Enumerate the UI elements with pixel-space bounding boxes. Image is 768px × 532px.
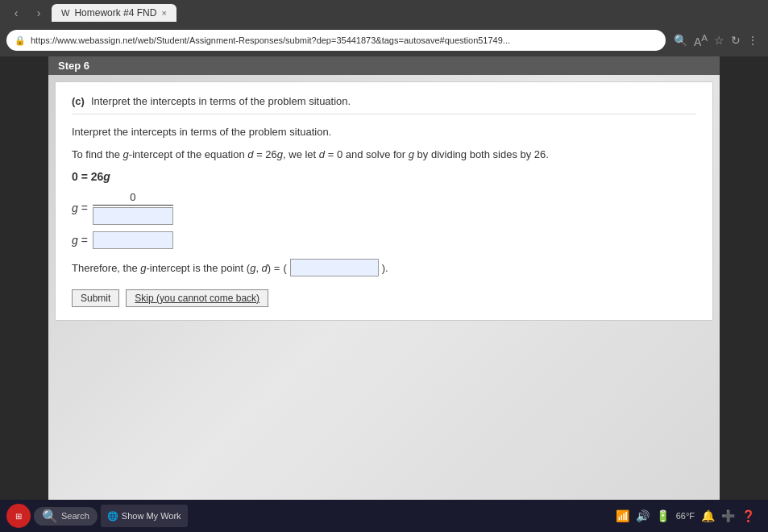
submit-button[interactable]: Submit <box>72 289 119 307</box>
volume-icon: 🔊 <box>636 509 650 522</box>
tab-close-button[interactable]: × <box>161 8 166 18</box>
back-button[interactable]: ‹ <box>6 3 26 23</box>
instruction-1: Interpret the intercepts in terms of the… <box>72 124 696 140</box>
refresh-btn[interactable]: ↻ <box>731 34 741 47</box>
address-bar: 🔒 https://www.webassign.net/web/Student/… <box>0 26 768 55</box>
intercept-input[interactable] <box>290 259 379 276</box>
bookmark-btn[interactable]: ☆ <box>714 34 724 47</box>
search-browser-btn[interactable]: 🔍 <box>674 34 687 47</box>
battery-icon: 🔋 <box>656 509 670 522</box>
fraction-denominator-input[interactable] <box>93 207 173 225</box>
forward-button[interactable]: › <box>29 3 48 23</box>
plus-icon: ➕ <box>721 509 735 522</box>
question-box: (c) Interpret the intercepts in terms of… <box>55 81 713 321</box>
taskbar-search[interactable]: 🔍 Search <box>34 507 98 526</box>
start-button[interactable]: ⊞ <box>6 504 31 528</box>
network-icon: 📶 <box>616 509 629 522</box>
g-equals-label-1: g = <box>72 202 88 214</box>
g-equals-label-2: g = <box>72 234 88 247</box>
lock-icon: 🔒 <box>15 35 26 46</box>
therefore-text: Therefore, the g-intercept is the point … <box>72 262 280 274</box>
paren-open: ( <box>283 262 286 274</box>
tab-bar: ‹ › W Homework #4 FND × <box>0 0 768 26</box>
search-taskbar-icon: 🔍 <box>42 509 58 524</box>
menu-btn[interactable]: ⋮ <box>747 34 758 47</box>
taskbar: ⊞ 🔍 Search 🌐 Show My Work 📶 🔊 🔋 66°F 🔔 ➕… <box>0 500 768 532</box>
browser-taskbar-icon: 🌐 <box>107 511 118 522</box>
active-tab[interactable]: W Homework #4 FND × <box>52 4 176 22</box>
fraction-line <box>93 205 173 206</box>
start-icon: ⊞ <box>15 512 22 521</box>
tab-label: Homework #4 FND <box>74 7 156 19</box>
question-text: Interpret the intercepts in terms of the… <box>91 95 351 107</box>
question-label: (c) <box>72 95 85 107</box>
tab-icon: W <box>61 8 69 18</box>
step-label: Step 6 <box>58 60 89 72</box>
url-text: https://www.webassign.net/web/Student/As… <box>31 35 510 45</box>
zero-equation: 0 = 26g <box>72 170 696 183</box>
fraction-numerator: 0 <box>130 191 135 205</box>
question-title: (c) Interpret the intercepts in terms of… <box>72 95 696 114</box>
taskbar-show-work: Show My Work <box>122 511 181 521</box>
url-bar[interactable]: 🔒 https://www.webassign.net/web/Student/… <box>6 30 666 51</box>
g-simple-row: g = <box>72 231 696 249</box>
paren-close: ). <box>382 262 388 274</box>
temperature-label: 66°F <box>676 511 695 521</box>
g-value-input[interactable] <box>93 231 173 249</box>
help-icon: ❓ <box>741 509 755 522</box>
search-taskbar-text: Search <box>61 511 89 521</box>
taskbar-browser-item[interactable]: 🌐 Show My Work <box>101 505 188 527</box>
submit-area: Submit Skip (you cannot come back) <box>72 289 696 307</box>
fraction-container: 0 <box>93 191 173 225</box>
browser-actions: 🔍 AA ☆ ↻ ⋮ <box>670 32 762 48</box>
fraction-row: g = 0 <box>72 191 696 225</box>
content-area: Step 6 (c) Interpret the intercepts in t… <box>48 56 720 500</box>
aa-btn[interactable]: AA <box>694 32 708 48</box>
taskbar-system-tray: 📶 🔊 🔋 66°F 🔔 ➕ ❓ <box>609 509 762 522</box>
notification-icon: 🔔 <box>701 509 715 522</box>
skip-button[interactable]: Skip (you cannot come back) <box>126 289 268 307</box>
instruction-2: To find the g-intercept of the equation … <box>72 147 696 163</box>
step-header: Step 6 <box>48 56 720 75</box>
therefore-row: Therefore, the g-intercept is the point … <box>72 259 696 276</box>
browser-chrome: ‹ › W Homework #4 FND × 🔒 https://www.we… <box>0 0 768 56</box>
